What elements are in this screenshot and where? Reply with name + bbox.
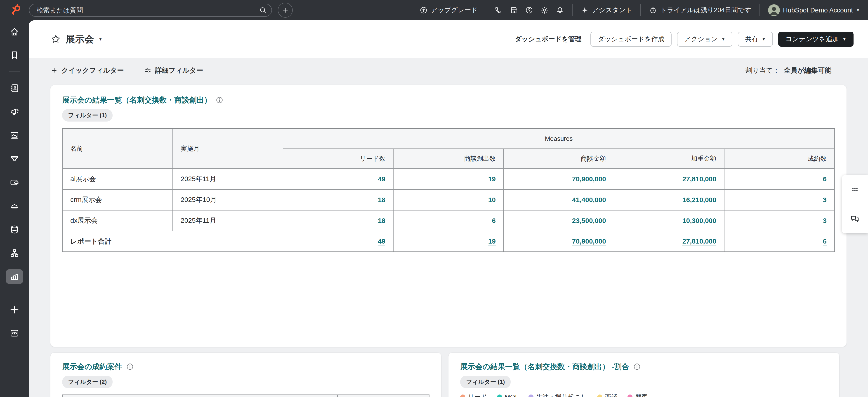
legend-dot <box>627 395 632 397</box>
legend-item[interactable]: MQL <box>497 393 519 397</box>
caret-down-icon[interactable]: ▼ <box>98 37 102 41</box>
filter-chip[interactable]: フィルター (1) <box>460 376 510 388</box>
drag-handle-button[interactable] <box>842 175 868 204</box>
total-value-link[interactable]: 49 <box>378 237 385 245</box>
cell-value-link[interactable]: 3 <box>823 217 827 224</box>
settings-icon[interactable] <box>540 6 549 14</box>
info-icon[interactable] <box>126 363 134 370</box>
sidebar-item-developer[interactable] <box>6 326 23 340</box>
upgrade-button[interactable]: アップグレード <box>420 6 477 15</box>
sidebar-item-reporting[interactable] <box>6 270 23 284</box>
sliders-icon <box>144 67 151 74</box>
legend-label: リード <box>468 393 487 397</box>
sidebar-item-marketing[interactable] <box>6 105 23 119</box>
column-header-weighted-amount[interactable]: 加重金額 <box>614 149 724 169</box>
total-value-link[interactable]: 6 <box>823 237 827 245</box>
cell-value-link[interactable]: 70,900,000 <box>572 175 606 183</box>
report-title[interactable]: 展示会の結果一覧（名刺交換数・商談創出） <box>62 95 212 105</box>
add-content-button[interactable]: コンテンツを追加 ▼ <box>778 32 854 47</box>
report-title[interactable]: 展示会の成約案件 <box>62 362 122 372</box>
manage-dashboards-link[interactable]: ダッシュボードを管理 <box>515 35 582 44</box>
column-header-name[interactable]: 名前 <box>62 129 173 169</box>
column-group-measures: Measures <box>283 129 835 149</box>
sidebar-item-ai[interactable] <box>6 303 23 317</box>
advanced-filter-button[interactable]: 詳細フィルター <box>144 66 203 75</box>
sidebar-divider <box>9 293 20 293</box>
plus-icon <box>281 6 289 14</box>
cell-month: 2025年10月 <box>173 190 283 210</box>
megaphone-icon <box>9 107 20 117</box>
sidebar-item-home[interactable] <box>6 24 23 39</box>
total-value-link[interactable]: 27,810,000 <box>682 237 716 245</box>
service-bell-icon <box>9 201 20 211</box>
sparkle-icon <box>9 305 20 315</box>
cell-value-link[interactable]: 27,810,000 <box>682 175 716 183</box>
search-input[interactable] <box>36 6 259 14</box>
contacts-icon <box>9 83 20 93</box>
create-dashboard-button[interactable]: ダッシュボードを作成 <box>590 32 672 47</box>
column-header-deal-amount[interactable]: 商談金額 <box>504 149 614 169</box>
cell-value-link[interactable]: 18 <box>378 217 385 224</box>
cell-value-link[interactable]: 19 <box>488 175 496 183</box>
column-header <box>246 395 338 397</box>
filter-chip[interactable]: フィルター (2) <box>62 376 113 388</box>
assigned-value[interactable]: 全員が編集可能 <box>784 66 831 75</box>
sidebar-item-bookmarks[interactable] <box>6 48 23 62</box>
sidebar-item-commerce[interactable] <box>6 175 23 190</box>
total-value-link[interactable]: 70,900,000 <box>572 237 606 245</box>
caret-down-icon: ▼ <box>721 37 725 41</box>
legend-item[interactable]: 失注・掘り起こし <box>528 393 587 397</box>
report-title[interactable]: 展示会の結果一覧（名刺交換数・商談創出） -割合 <box>460 362 629 372</box>
cell-value-link[interactable]: 6 <box>823 175 827 183</box>
hubspot-logo-icon[interactable] <box>9 4 22 17</box>
cell-value-link[interactable]: 10 <box>488 196 496 203</box>
column-header-leads[interactable]: リード数 <box>283 149 393 169</box>
legend-label: MQL <box>505 393 519 397</box>
total-label: レポート合計 <box>62 231 283 252</box>
cell-name: crm展示会 <box>62 190 173 210</box>
cell-value-link[interactable]: 49 <box>378 175 385 183</box>
trial-status[interactable]: トライアルは残り204日間です <box>649 6 751 15</box>
legend-item[interactable]: 顧客 <box>627 393 648 397</box>
info-icon[interactable] <box>633 363 641 370</box>
calls-icon[interactable] <box>494 6 502 14</box>
actions-button[interactable]: アクション ▼ <box>677 32 733 47</box>
help-icon[interactable] <box>525 6 533 14</box>
share-button[interactable]: 共有 ▼ <box>738 32 773 47</box>
legend-item[interactable]: リード <box>460 393 487 397</box>
account-menu[interactable]: HubSpot Demo Account ▼ <box>768 4 860 16</box>
main-content: 展示会 ▼ ダッシュボードを管理 ダッシュボードを作成 アクション ▼ 共有 ▼… <box>29 20 868 397</box>
dashboard-title-group[interactable]: 展示会 ▼ <box>51 33 102 46</box>
info-icon[interactable] <box>216 96 223 104</box>
bookmark-icon <box>9 50 20 60</box>
cell-value-link[interactable]: 41,400,000 <box>572 196 606 203</box>
quick-filter-button[interactable]: クイックフィルター <box>51 66 124 75</box>
sidebar-item-service[interactable] <box>6 199 23 213</box>
sidebar-item-content[interactable] <box>6 128 23 143</box>
cell-value-link[interactable]: 6 <box>492 217 496 224</box>
column-header-deals-created[interactable]: 商談創出数 <box>393 149 504 169</box>
cell-value-link[interactable]: 16,210,000 <box>682 196 716 203</box>
legend-item[interactable]: 商談 <box>597 393 618 397</box>
filter-chip[interactable]: フィルター (1) <box>62 109 113 121</box>
cell-value-link[interactable]: 10,300,000 <box>682 217 716 224</box>
assignment-status: 割り当て： 全員が編集可能 <box>745 66 831 75</box>
cell-value-link[interactable]: 23,500,000 <box>572 217 606 224</box>
assistant-button[interactable]: アシスタント <box>581 6 632 15</box>
column-header-closed-won[interactable]: 成約数 <box>724 149 835 169</box>
column-header-month[interactable]: 実施月 <box>173 129 283 169</box>
favorite-star-icon[interactable] <box>51 34 61 45</box>
sidebar-item-automations[interactable] <box>6 246 23 260</box>
cell-value-link[interactable]: 3 <box>823 196 827 203</box>
create-button[interactable] <box>278 3 293 18</box>
sidebar-item-sales[interactable] <box>6 152 23 166</box>
filter-bar: クイックフィルター 詳細フィルター 割り当て： 全員が編集可能 <box>29 58 868 83</box>
cell-value-link[interactable]: 18 <box>378 196 385 203</box>
collaboration-button[interactable] <box>842 204 868 233</box>
notifications-icon[interactable] <box>556 6 564 14</box>
global-search[interactable] <box>29 4 272 17</box>
sidebar-item-crm[interactable] <box>6 81 23 95</box>
marketplace-icon[interactable] <box>510 6 518 14</box>
total-value-link[interactable]: 19 <box>488 237 496 245</box>
sidebar-item-data[interactable] <box>6 222 23 237</box>
